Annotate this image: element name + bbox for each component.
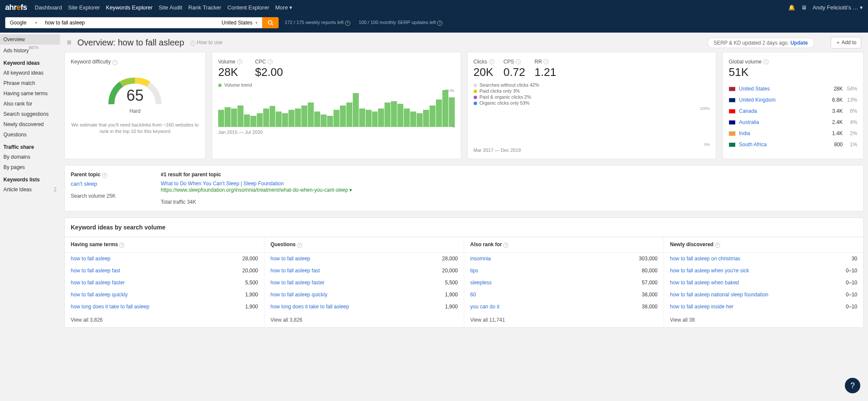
idea-row[interactable]: how to fall asleep inside her0–10 [664, 301, 863, 313]
idea-row[interactable]: sleepless57,000 [464, 277, 664, 289]
sidebar-newly-discovered[interactable]: Newly discovered [0, 119, 60, 130]
idea-view-all[interactable]: View all 11,741 [464, 313, 664, 327]
idea-row[interactable]: how to fall asleep quickly1,900 [65, 289, 264, 301]
nav-more[interactable]: More ▾ [275, 4, 292, 11]
gv-row[interactable]: United States28K54% [729, 83, 857, 94]
idea-col-hdr: Questions ? [264, 237, 464, 253]
idea-col-hdr: Having same terms ? [65, 237, 264, 253]
search-icon [267, 20, 273, 26]
sidebar-all-keyword-ideas[interactable]: All keyword ideas [0, 68, 60, 78]
hamburger-icon[interactable]: ≡ [67, 38, 72, 47]
volume-trend-chart: 40.6K 0 [218, 90, 455, 127]
nav-site-audit[interactable]: Site Audit [159, 4, 182, 11]
clicks-label: Clicks [474, 59, 487, 65]
global-volume-card: Global volume ? 51K United States28K54%U… [722, 52, 864, 159]
sidebar-search-suggestions[interactable]: Search suggestions [0, 109, 60, 119]
monitor-icon[interactable]: 🖥 [801, 4, 807, 11]
help-icon[interactable]: ? [102, 173, 107, 178]
gv-row[interactable]: Canada3.4K6% [729, 106, 857, 117]
user-menu[interactable]: Andy Feliciotti's … ▾ [813, 4, 863, 11]
keyword-input[interactable] [42, 17, 217, 28]
idea-row[interactable]: how to fall asleep quickly1,900 [264, 289, 464, 301]
help-icon[interactable]: ? [763, 59, 769, 64]
help-icon[interactable]: ? [544, 59, 549, 64]
clicks-legend: Searches without clicks 42%Paid clicks o… [474, 82, 710, 106]
sidebar-traffic-share-head: Traffic share [0, 140, 60, 152]
svg-point-0 [268, 21, 272, 24]
volume-label: Volume [218, 59, 235, 65]
weekly-reports-meta: 172 / 175 weekly reports left ? [285, 20, 350, 26]
help-icon[interactable]: ? [237, 59, 242, 64]
help-icon[interactable]: ? [112, 60, 117, 65]
serp-update-pill: SERP & KD updated 2 days ago. Update [707, 38, 814, 48]
main-content: ≡ Overview: how to fall asleep ? How to … [60, 33, 868, 336]
idea-row[interactable]: how to fall asleep28,000 [264, 253, 464, 265]
nav-site-explorer[interactable]: Site Explorer [68, 4, 100, 11]
nav-rank-tracker[interactable]: Rank Tracker [188, 4, 221, 11]
parent-topic-kw[interactable]: can't sleep [71, 181, 97, 187]
sidebar-keyword-ideas-head: Keyword ideas [0, 56, 60, 68]
update-link[interactable]: Update [790, 40, 808, 46]
idea-col: Newly discovered ?how to fall asleep on … [664, 237, 863, 327]
pt-total-traffic: Total traffic 34K [161, 199, 352, 205]
pt-result-title[interactable]: What to Do When You Can't Sleep | Sleep … [161, 181, 284, 187]
clicks-card: Clicks ?20K CPS ?0.72 RR ?1.21 Searches … [467, 52, 717, 159]
gv-row[interactable]: Australia2.4K4% [729, 117, 857, 128]
idea-row[interactable]: tips80,000 [464, 265, 664, 277]
logo[interactable]: ahrefs [5, 3, 27, 12]
sidebar-by-pages[interactable]: By pages [0, 162, 60, 172]
pt-result-url[interactable]: https://www.sleepfoundation.org/insomnia… [161, 187, 352, 193]
sidebar-same-terms[interactable]: Having same terms [0, 88, 60, 99]
help-icon: ? [437, 21, 442, 26]
idea-row[interactable]: you can do it38,000 [464, 301, 664, 313]
nav-links: Dashboard Site Explorer Keywords Explore… [35, 4, 292, 11]
help-icon[interactable]: ? [267, 59, 273, 64]
sidebar-ads-history[interactable]: Ads historyBETA [0, 45, 60, 56]
idea-row[interactable]: how to fall asleep faster5,500 [264, 277, 464, 289]
idea-row[interactable]: how long does it take to fall asleep1,90… [65, 301, 264, 313]
idea-row[interactable]: how to fall asleep fast20,000 [264, 265, 464, 277]
idea-row[interactable]: how to fall asleep fast20,000 [65, 265, 264, 277]
sidebar-article-ideas[interactable]: Article Ideas2 [0, 184, 60, 195]
idea-row[interactable]: how to fall asleep national sleep founda… [664, 289, 863, 301]
add-to-button[interactable]: ＋ Add to [831, 37, 861, 48]
country-select[interactable]: United States▾ [217, 17, 262, 28]
idea-row[interactable]: insomnia303,000 [464, 253, 664, 265]
idea-row[interactable]: how to fall asleep faster5,500 [65, 277, 264, 289]
engine-select[interactable]: Google▾ [5, 17, 42, 28]
help-icon[interactable]: ? [489, 59, 494, 64]
idea-view-all[interactable]: View all 38 [664, 313, 863, 327]
idea-row[interactable]: how to fall asleep when you're sick0–10 [664, 265, 863, 277]
sidebar-overview[interactable]: Overview [0, 34, 60, 45]
how-to-use[interactable]: ? How to use [190, 39, 222, 46]
volume-card: Volume ?28K CPC ?$2.00 Volume trend 40.6… [212, 52, 461, 159]
idea-col: Having same terms ?how to fall asleep28,… [65, 237, 264, 327]
sidebar-questions[interactable]: Questions [0, 130, 60, 140]
idea-row[interactable]: how long does it take to fall asleep1,90… [264, 301, 464, 313]
sidebar-also-rank[interactable]: Also rank for [0, 99, 60, 109]
cpc-label: CPC [255, 59, 266, 65]
gv-row[interactable]: South Africa8001% [729, 139, 857, 150]
search-button[interactable] [262, 17, 279, 28]
clicks-range: Mar 2017 — Dec 2019 [474, 148, 710, 153]
idea-col-hdr: Newly discovered ? [664, 237, 863, 253]
help-icon[interactable]: ? [516, 59, 521, 64]
nav-content-explorer[interactable]: Content Explorer [227, 4, 269, 11]
bell-icon[interactable]: 🔔 [788, 4, 795, 11]
idea-row[interactable]: how to fall asleep when baked0–10 [664, 277, 863, 289]
help-icon: ? [345, 21, 350, 26]
idea-row[interactable]: how to fall asleep on christmas30 [664, 253, 863, 265]
gv-row[interactable]: United Kingdom6.8K13% [729, 94, 857, 106]
idea-view-all[interactable]: View all 3,826 [264, 313, 464, 327]
idea-col: Also rank for ?insomnia303,000tips80,000… [464, 237, 664, 327]
clicks-chart: 100% 0% [474, 108, 710, 145]
idea-row[interactable]: how to fall asleep28,000 [65, 253, 264, 265]
idea-view-all[interactable]: View all 3,826 [65, 313, 264, 327]
nav-keywords-explorer[interactable]: Keywords Explorer [106, 4, 153, 11]
sidebar-phrase-match[interactable]: Phrase match [0, 78, 60, 88]
nav-dashboard[interactable]: Dashboard [35, 4, 62, 11]
sidebar-by-domains[interactable]: By domains [0, 152, 60, 162]
sidebar: Overview Ads historyBETA Keyword ideas A… [0, 33, 60, 336]
idea-row[interactable]: 6038,000 [464, 289, 664, 301]
gv-row[interactable]: India1.4K2% [729, 128, 857, 139]
